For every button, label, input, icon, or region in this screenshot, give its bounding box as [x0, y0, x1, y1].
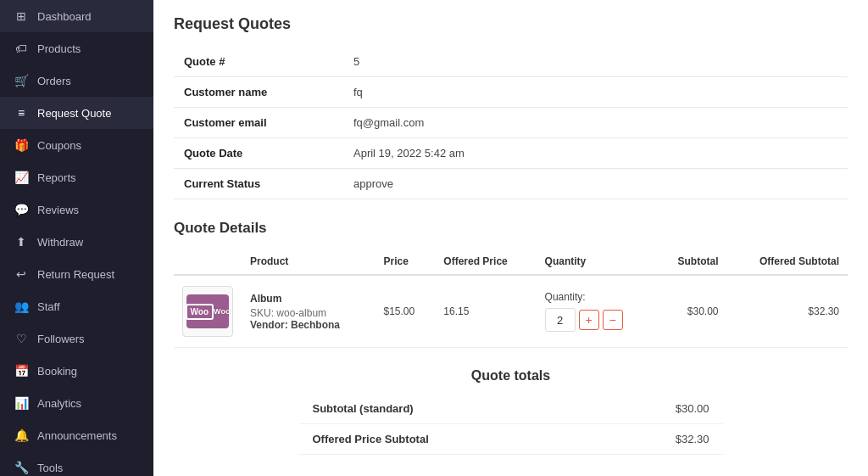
sidebar-item-label-booking: Booking: [37, 365, 77, 378]
sidebar-item-announcements[interactable]: 🔔 Announcements: [0, 419, 153, 451]
sidebar-item-dashboard[interactable]: ⊞ Dashboard: [0, 0, 153, 32]
totals-label-0: Subtotal (standard): [313, 402, 414, 415]
product-row: Woo Album SKU: woo-album Vendo: [174, 275, 848, 348]
info-value-0: 5: [343, 47, 848, 77]
product-info: Album SKU: woo-album Vendor: Bechbona: [250, 293, 367, 331]
product-subtotal-cell: $30.00: [655, 275, 727, 348]
info-label-1: Customer name: [174, 77, 343, 108]
sidebar-item-coupons[interactable]: 🎁 Coupons: [0, 129, 153, 161]
sidebar-item-label-return-request: Return Request: [37, 268, 114, 281]
col-product-spacer: [174, 249, 242, 275]
sidebar-item-staff[interactable]: 👥 Staff: [0, 290, 153, 322]
sidebar-item-reports[interactable]: 📈 Reports: [0, 161, 153, 193]
quote-totals-title: Quote totals: [299, 368, 723, 384]
info-value-1: fq: [343, 77, 848, 108]
sidebar-item-label-withdraw: Withdraw: [37, 236, 83, 249]
product-sku-value: woo-album: [276, 307, 326, 319]
col-offered-subtotal: Offered Subtotal: [726, 249, 848, 275]
info-row-2: Customer email fq@gmail.com: [174, 108, 848, 138]
sidebar-item-tools[interactable]: 🔧 Tools: [0, 451, 153, 476]
totals-row-0: Subtotal (standard) $30.00: [299, 394, 723, 424]
info-value-4: approve: [343, 169, 848, 199]
followers-icon: ♡: [14, 331, 29, 346]
sidebar-item-label-request-quote: Request Quote: [37, 107, 111, 120]
main-content: Request Quotes Quote # 5 Customer name f…: [153, 0, 868, 476]
coupons-icon: 🎁: [14, 137, 29, 153]
reports-icon: 📈: [14, 170, 29, 185]
sidebar-item-label-orders: Orders: [37, 75, 71, 87]
info-row-3: Quote Date April 19, 2022 5:42 am: [174, 138, 848, 169]
booking-icon: 📅: [14, 363, 29, 378]
sidebar-item-analytics[interactable]: 📊 Analytics: [0, 387, 153, 419]
totals-label-1: Offered Price Subtotal: [313, 433, 429, 445]
orders-icon: 🛒: [14, 73, 29, 88]
sidebar-item-followers[interactable]: ♡ Followers: [0, 322, 153, 355]
sidebar-item-label-followers: Followers: [37, 333, 85, 345]
product-quantity-cell: Quantity: + −: [537, 275, 655, 348]
product-name: Album: [250, 293, 367, 305]
sidebar-item-booking[interactable]: 📅 Booking: [0, 355, 153, 387]
info-row-4: Current Status approve: [174, 169, 848, 199]
announcements-icon: 🔔: [14, 428, 29, 443]
reviews-icon: 💬: [14, 202, 29, 217]
product-vendor: Vendor: Bechbona: [250, 319, 367, 331]
sidebar-item-label-announcements: Announcements: [37, 429, 117, 442]
product-thumbnail-cell: Woo: [174, 275, 242, 348]
sidebar-item-label-products: Products: [37, 42, 81, 55]
quantity-control: + −: [545, 308, 647, 332]
quantity-increment-button[interactable]: +: [579, 310, 599, 330]
sidebar: ⊞ Dashboard 🏷 Products 🛒 Orders ≡ Reques…: [0, 0, 153, 476]
quantity-label: Quantity:: [545, 291, 647, 303]
product-offered-subtotal-cell: $32.30: [726, 275, 848, 348]
dashboard-icon: ⊞: [14, 8, 29, 24]
product-offered-price-cell: 16.15: [435, 275, 536, 348]
request-quote-icon: ≡: [14, 105, 29, 120]
quantity-input[interactable]: [545, 308, 576, 332]
sidebar-item-return-request[interactable]: ↩ Return Request: [0, 258, 153, 290]
col-subtotal: Subtotal: [655, 249, 727, 275]
product-price-cell: $15.00: [376, 275, 436, 348]
sidebar-item-withdraw[interactable]: ⬆ Withdraw: [0, 226, 153, 258]
sidebar-item-request-quote[interactable]: ≡ Request Quote: [0, 97, 153, 129]
totals-row-1: Offered Price Subtotal $32.30: [299, 424, 723, 455]
col-product: Product: [242, 249, 376, 275]
totals-value-0: $30.00: [676, 402, 709, 415]
staff-icon: 👥: [14, 299, 29, 314]
sidebar-item-reviews[interactable]: 💬 Reviews: [0, 193, 153, 226]
info-row-0: Quote # 5: [174, 47, 848, 77]
sidebar-item-label-reports: Reports: [37, 171, 76, 184]
products-icon: 🏷: [14, 41, 29, 56]
woo-logo: Woo: [186, 294, 229, 328]
info-row-1: Customer name fq: [174, 77, 848, 108]
info-value-3: April 19, 2022 5:42 am: [343, 138, 848, 169]
sidebar-item-orders[interactable]: 🛒 Orders: [0, 64, 153, 97]
sidebar-item-label-reviews: Reviews: [37, 204, 79, 216]
product-sku: SKU: woo-album: [250, 307, 367, 319]
sidebar-item-label-staff: Staff: [37, 300, 60, 313]
info-table: Quote # 5 Customer name fq Customer emai…: [174, 47, 848, 199]
quantity-decrement-button[interactable]: −: [603, 310, 623, 330]
quote-details-table: Product Price Offered Price Quantity Sub…: [174, 249, 848, 348]
quote-details-title: Quote Details: [174, 220, 848, 237]
info-value-2: fq@gmail.com: [343, 108, 848, 138]
withdraw-icon: ⬆: [14, 234, 29, 249]
tools-icon: 🔧: [14, 460, 29, 475]
sidebar-item-label-coupons: Coupons: [37, 139, 81, 152]
page-title: Request Quotes: [174, 15, 848, 33]
product-info-cell: Album SKU: woo-album Vendor: Bechbona: [242, 275, 376, 348]
col-offered-price: Offered Price: [435, 249, 536, 275]
return-request-icon: ↩: [14, 266, 29, 282]
info-label-4: Current Status: [174, 169, 343, 199]
analytics-icon: 📊: [14, 395, 29, 411]
quote-totals: Quote totals Subtotal (standard) $30.00 …: [299, 368, 723, 455]
totals-value-1: $32.30: [676, 433, 709, 445]
sidebar-item-products[interactable]: 🏷 Products: [0, 32, 153, 64]
product-vendor-value: Bechbona: [291, 319, 340, 331]
info-label-0: Quote #: [174, 47, 343, 77]
product-thumbnail: Woo: [182, 286, 233, 337]
sidebar-item-label-dashboard: Dashboard: [37, 10, 92, 23]
col-quantity: Quantity: [537, 249, 655, 275]
sidebar-item-label-analytics: Analytics: [37, 397, 81, 410]
col-price: Price: [376, 249, 436, 275]
info-label-2: Customer email: [174, 108, 343, 138]
